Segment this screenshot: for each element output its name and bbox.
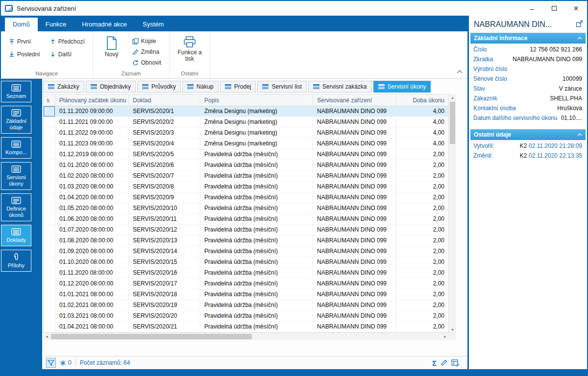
table-row[interactable]: 01.01.2021 08:00:00 SERVIS/2020/18 Pravi… [44,289,448,300]
table-row[interactable]: 01.05.2020 08:00:00 SERVIS/2020/10 Pravi… [44,203,448,214]
cell-zarizeni: NABRAUMANN DINO 099 [313,182,396,192]
column-header-doklad[interactable]: Doklad [129,94,200,106]
scroll-up-icon[interactable]: ▲ [449,94,456,101]
tab-servisni-zakazka[interactable]: Servisní zakázka [308,81,372,93]
sidebar-item-servisni-ukony[interactable]: Servisní úkony [1,162,31,190]
field-label: Výrobní číslo [473,66,507,72]
star-filter-indicator[interactable]: 0 [60,359,72,366]
arrow-up-bar-icon [9,39,15,45]
table-row[interactable]: 01.07.2020 08:00:00 SERVIS/2020/12 Pravi… [44,225,448,235]
previous-button[interactable]: Předchozí [48,37,87,46]
horizontal-scrollbar[interactable]: ◄ ► [43,333,449,340]
table-row[interactable]: 01.09.2020 08:00:00 SERVIS/2020/14 Pravi… [44,246,448,257]
section-header[interactable]: Ostatní údaje [470,129,586,140]
detail-field: Datum dalšího servisního úkonu 01.10.... [470,113,586,123]
ribbon-tab-funkce[interactable]: Funkce [38,18,74,31]
ribbon-collapse-button[interactable] [457,67,463,75]
column-header-start[interactable]: Plánovaný začátek úkonu [55,94,129,106]
open-in-window-icon[interactable] [576,20,583,29]
scroll-down-icon[interactable]: ▼ [449,326,456,333]
cell-popis: Změna Designu (marketing) [200,128,313,139]
scroll-right-icon[interactable]: ► [441,333,449,340]
copy-button[interactable]: Kopie [130,37,163,46]
table-row[interactable]: 01.11.2020 09:00:00 SERVIS/2020/1 Změna … [44,106,448,117]
table-row[interactable]: 01.11.2023 09:00:00 SERVIS/2020/4 Změna … [44,139,448,149]
cell-doba: 2,00 [396,289,448,300]
cell-status [44,235,55,246]
ribbon-tab-hromadne-akce[interactable]: Hromadné akce [74,18,135,31]
sidebar-item-seznam[interactable]: Seznam [1,81,31,102]
cell-zarizeni: NABRAUMANN DINO 099 [313,311,396,322]
cell-doklad: SERVIS/2020/9 [129,192,200,203]
document-tabs: Zakázky Objednávky Průvodky Nákup Prodej… [43,80,467,94]
table-row[interactable]: 01.04.2021 08:00:00 SERVIS/2020/21 Pravi… [44,322,448,332]
arrow-down-icon [50,51,56,57]
tab-servisni-ukony[interactable]: Servisní úkony [373,81,431,93]
column-header-s[interactable]: s [44,94,55,106]
table-row[interactable]: 01.11.2020 08:00:00 SERVIS/2020/16 Pravi… [44,268,448,279]
vertical-scrollbar[interactable]: ▲ ▼ [449,94,456,333]
table-row[interactable]: 01.03.2020 08:00:00 SERVIS/2020/8 Pravid… [44,182,448,192]
minimize-button[interactable]: – [521,1,543,16]
edit-icon[interactable] [441,359,447,366]
scroll-left-icon[interactable]: ◄ [43,333,50,340]
maximize-button[interactable] [543,1,565,16]
column-header-doba[interactable]: Doba úkonu [396,94,448,106]
table-row[interactable]: 01.11.2022 09:00:00 SERVIS/2020/3 Změna … [44,128,448,139]
tab-pruvodky[interactable]: Průvodky [137,81,181,93]
ribbon-tab-domu[interactable]: Domů [5,18,38,31]
sum-icon[interactable]: Σ [432,359,437,367]
cell-doklad: SERVIS/2020/7 [129,171,200,182]
cell-start: 01.04.2020 08:00:00 [55,192,129,203]
table-row[interactable]: 01.02.2020 08:00:00 SERVIS/2020/7 Pravid… [44,171,448,182]
arrow-down-bar-icon [9,51,15,57]
sidebar-item-zakladni-udaje[interactable]: Základní údaje [1,106,31,134]
tab-prodej[interactable]: Prodej [220,81,256,93]
last-button[interactable]: Poslední [7,50,42,59]
tab-zakazky[interactable]: Zakázky [43,81,84,93]
refresh-icon [132,60,139,66]
sidebar-item-doklady[interactable]: Doklady [1,225,31,246]
tab-objednavky[interactable]: Objednávky [86,81,136,93]
cell-doklad: SERVIS/2020/19 [129,300,200,311]
components-icon [11,141,21,148]
functions-print-button[interactable]: Funkce a tisk [175,34,204,70]
documents-icon [11,228,21,235]
column-header-zarizeni[interactable]: Servisované zařízení [313,94,396,106]
new-button[interactable]: Nový [99,34,124,70]
sidebar-item-definice-ukonu[interactable]: Definice úkonů [1,193,31,221]
section-header[interactable]: Základní informace [470,33,586,44]
sidebar-item-komponenty[interactable]: Kompo... [1,137,31,159]
refresh-button[interactable]: Obnovit [130,58,163,67]
ribbon-tab-system[interactable]: Systém [135,18,172,31]
close-button[interactable]: × [565,1,587,16]
field-list: Vytvořil: K2 02.11.2020 21:28:09 Změnil:… [470,140,586,163]
table-row[interactable]: 01.10.2020 08:00:00 SERVIS/2020/15 Pravi… [44,257,448,268]
cell-status [44,128,55,139]
table-row[interactable]: 01.06.2020 08:00:00 SERVIS/2020/11 Pravi… [44,214,448,225]
table-row[interactable]: 01.02.2021 08:00:00 SERVIS/2020/19 Pravi… [44,300,448,311]
table-row[interactable]: 01.12.2019 08:00:00 SERVIS/2020/5 Pravid… [44,149,448,160]
field-value: NABRAUMANN DINO 099 [513,56,582,63]
table-row[interactable]: 01.12.2020 08:00:00 SERVIS/2020/17 Pravi… [44,279,448,289]
table-edit-icon[interactable] [451,359,460,367]
horizontal-scroll-thumb[interactable] [51,334,252,339]
table-row[interactable]: 01.04.2020 08:00:00 SERVIS/2020/9 Pravid… [44,192,448,203]
tab-servisni-list[interactable]: Servisní list [257,81,306,93]
first-button[interactable]: První [7,37,42,46]
filter-button[interactable] [46,358,56,368]
next-button[interactable]: Další [48,50,87,59]
tab-nakup[interactable]: Nákup [182,81,219,93]
change-button[interactable]: Změna [130,47,163,56]
cell-zarizeni: NABRAUMANN DINO 099 [313,160,396,171]
cell-popis: Změna Designu (marketing) [200,106,313,117]
table-row[interactable]: 01.03.2021 08:00:00 SERVIS/2020/20 Pravi… [44,311,448,322]
vertical-scroll-thumb[interactable] [450,102,455,144]
table-icon [313,84,319,90]
cell-doba: 2,00 [396,322,448,332]
table-row[interactable]: 01.01.2020 08:00:00 SERVIS/2020/6 Pravid… [44,160,448,171]
column-header-popis[interactable]: Popis [200,94,313,106]
sidebar-item-prilohy[interactable]: Přílohy [1,250,31,272]
table-row[interactable]: 01.08.2020 08:00:00 SERVIS/2020/13 Pravi… [44,235,448,246]
table-row[interactable]: 01.11.2021 09:00:00 SERVIS/2020/2 Změna … [44,117,448,128]
